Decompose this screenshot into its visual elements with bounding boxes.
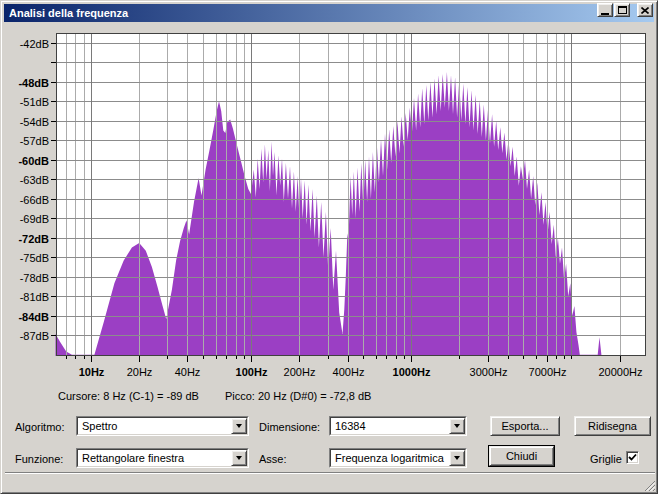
size-combo-value: 16384 (331, 418, 449, 434)
size-combo[interactable]: 16384 (329, 416, 467, 436)
x-tick-label: 400Hz (333, 366, 365, 378)
y-tick-label: -66dB (20, 194, 49, 206)
x-tick-label: 100Hz (236, 366, 268, 378)
chevron-down-icon (236, 456, 242, 460)
y-tick-label: -60dB (18, 155, 49, 167)
y-tick-label: -78dB (20, 272, 49, 284)
function-label: Funzione: (15, 453, 63, 467)
y-tick-label: -72dB (18, 233, 49, 245)
y-tick-label: -69dB (20, 213, 49, 225)
y-tick-label: -84dB (18, 311, 49, 323)
axis-combo[interactable]: Frequenza logaritmica (329, 448, 467, 468)
check-icon (628, 453, 637, 462)
algorithm-label: Algoritmo: (15, 421, 65, 435)
spectrum-plot-area[interactable]: -42dB-48dB-51dB-54dB-57dB-60dB-63dB-66dB… (1, 1, 658, 413)
y-tick-label: -48dB (18, 77, 49, 89)
y-tick-label: -63dB (20, 174, 49, 186)
chevron-down-icon (454, 424, 460, 428)
y-tick-label: -87dB (20, 330, 49, 342)
x-tick-label: 200Hz (284, 366, 316, 378)
size-combo-arrow[interactable] (449, 418, 465, 434)
y-tick-label: -51dB (20, 96, 49, 108)
x-tick-label: 3000Hz (470, 366, 508, 378)
close-dialog-button[interactable]: Chiudi (489, 446, 554, 466)
axis-combo-arrow[interactable] (449, 450, 465, 466)
bottom-divider (5, 472, 655, 474)
function-combo-value: Rettangolare finestra (78, 450, 231, 466)
y-tick-label: -81dB (20, 291, 49, 303)
resize-grip-icon[interactable] (641, 477, 655, 491)
axis-combo-value: Frequenza logaritmica (331, 450, 449, 466)
x-tick-label: 20000Hz (598, 366, 642, 378)
frequency-analysis-window: Analisi della frequenza -42dB-48dB-51dB-… (0, 0, 658, 494)
y-tick-label: -75dB (20, 252, 49, 264)
axis-label: Asse: (259, 453, 287, 467)
grids-label: Griglie (590, 453, 622, 467)
y-tick-label: -42dB (20, 38, 49, 50)
export-button[interactable]: Esporta... (490, 416, 560, 436)
cursor-readout: Cursore: 8 Hz (C-1) = -89 dB (58, 390, 199, 402)
x-tick-label: 7000Hz (529, 366, 567, 378)
x-tick-label: 40Hz (175, 366, 201, 378)
y-tick-label: -54dB (20, 116, 49, 128)
y-tick-label: -57dB (20, 135, 49, 147)
peak-readout: Picco: 20 Hz (D#0) = -72,8 dB (225, 390, 371, 402)
x-tick-label: 10Hz (79, 366, 105, 378)
algorithm-combo[interactable]: Spettro (76, 416, 249, 436)
size-label: Dimensione: (259, 421, 320, 435)
redraw-button[interactable]: Ridisegna (574, 416, 651, 436)
algorithm-combo-value: Spettro (78, 418, 231, 434)
cursor-status-line: Cursore: 8 Hz (C-1) = -89 dBPicco: 20 Hz… (58, 390, 371, 404)
grids-checkbox[interactable] (626, 451, 639, 464)
x-tick-label: 20Hz (127, 366, 153, 378)
function-combo[interactable]: Rettangolare finestra (76, 448, 249, 468)
chevron-down-icon (454, 456, 460, 460)
chevron-down-icon (236, 424, 242, 428)
algorithm-combo-arrow[interactable] (231, 418, 247, 434)
function-combo-arrow[interactable] (231, 450, 247, 466)
x-tick-label: 1000Hz (393, 366, 431, 378)
